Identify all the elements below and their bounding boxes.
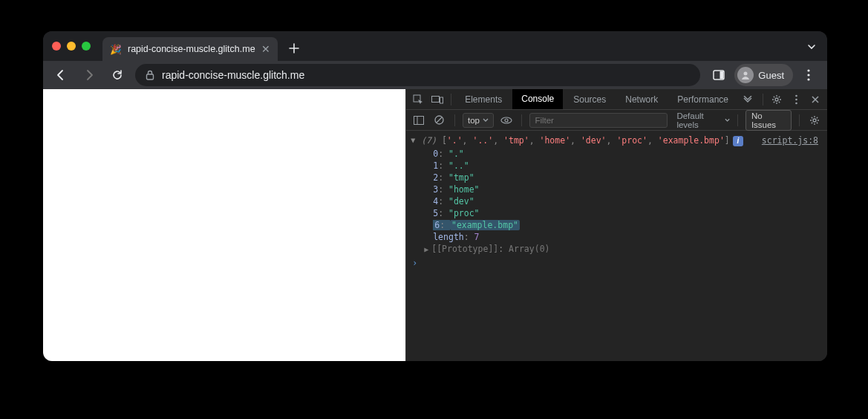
tab-console[interactable]: Console bbox=[512, 89, 563, 109]
svg-point-5 bbox=[807, 74, 809, 76]
tabs-dropdown-icon[interactable] bbox=[806, 42, 817, 52]
array-item[interactable]: 0: "." bbox=[433, 148, 827, 160]
content-area: Elements Console Sources Network Perform… bbox=[43, 89, 827, 361]
devtools-panel: Elements Console Sources Network Perform… bbox=[405, 89, 827, 361]
svg-line-17 bbox=[437, 117, 442, 123]
svg-rect-2 bbox=[720, 71, 724, 79]
url-text: rapid-concise-muscle.glitch.me bbox=[162, 69, 304, 81]
svg-rect-14 bbox=[414, 116, 423, 124]
log-summary: (7) ['.', '..', 'tmp', 'home', 'dev', 'p… bbox=[421, 135, 762, 146]
back-button[interactable] bbox=[50, 65, 71, 85]
svg-point-4 bbox=[807, 69, 809, 71]
devtools-tabstrip: Elements Console Sources Network Perform… bbox=[406, 89, 827, 110]
address-bar[interactable]: rapid-concise-muscle.glitch.me bbox=[135, 64, 700, 86]
svg-rect-9 bbox=[440, 97, 443, 103]
reload-button[interactable] bbox=[107, 65, 128, 85]
chevron-down-icon bbox=[725, 118, 730, 123]
svg-point-13 bbox=[795, 102, 797, 104]
array-item[interactable]: 1: ".." bbox=[433, 160, 827, 172]
svg-point-11 bbox=[795, 94, 797, 97]
issues-button[interactable]: No Issues bbox=[745, 110, 792, 131]
svg-point-6 bbox=[807, 78, 809, 80]
profile-button[interactable]: Guest bbox=[734, 64, 793, 86]
tab-title: rapid-concise-muscle.glitch.me bbox=[128, 44, 255, 54]
browser-window: 🎉 rapid-concise-muscle.glitch.me ✕ rapid… bbox=[43, 31, 827, 361]
context-selector[interactable]: top bbox=[463, 113, 494, 128]
devtools-menu-icon[interactable] bbox=[787, 91, 805, 108]
array-item[interactable]: 2: "tmp" bbox=[433, 172, 827, 183]
live-expression-icon[interactable] bbox=[498, 111, 514, 129]
devtools-close-icon[interactable] bbox=[806, 91, 824, 108]
inspect-element-icon[interactable] bbox=[409, 91, 427, 108]
console-toolbar: top Default levels No Issues bbox=[406, 110, 827, 131]
maximize-window-button[interactable] bbox=[82, 42, 91, 51]
array-item[interactable]: 3: "home" bbox=[433, 183, 827, 195]
disclosure-triangle-icon[interactable]: ▼ bbox=[411, 136, 415, 144]
close-tab-icon[interactable]: ✕ bbox=[261, 43, 270, 55]
page-viewport[interactable] bbox=[43, 89, 405, 361]
minimize-window-button[interactable] bbox=[67, 42, 76, 51]
svg-point-12 bbox=[795, 98, 797, 100]
tab-sources[interactable]: Sources bbox=[564, 89, 615, 110]
new-tab-button[interactable] bbox=[284, 38, 304, 59]
levels-label: Default levels bbox=[676, 111, 722, 129]
menu-button[interactable] bbox=[797, 64, 820, 86]
svg-point-18 bbox=[501, 117, 512, 123]
lock-icon bbox=[146, 70, 154, 80]
close-window-button[interactable] bbox=[52, 42, 61, 51]
console-sidebar-toggle-icon[interactable] bbox=[411, 111, 426, 129]
context-label: top bbox=[468, 116, 480, 125]
more-tabs-icon[interactable] bbox=[739, 91, 757, 108]
array-item[interactable]: 5: "proc" bbox=[433, 207, 827, 219]
filter-input[interactable] bbox=[529, 113, 668, 128]
svg-point-10 bbox=[775, 98, 778, 101]
tab-elements[interactable]: Elements bbox=[456, 89, 511, 110]
panel-icon[interactable] bbox=[708, 64, 730, 86]
tab-network[interactable]: Network bbox=[616, 89, 667, 110]
tab-performance[interactable]: Performance bbox=[668, 89, 737, 110]
browser-tab[interactable]: 🎉 rapid-concise-muscle.glitch.me ✕ bbox=[102, 37, 278, 61]
devtools-settings-icon[interactable] bbox=[768, 91, 786, 108]
chevron-down-icon bbox=[483, 118, 489, 123]
svg-point-3 bbox=[744, 72, 748, 76]
svg-rect-8 bbox=[432, 96, 440, 102]
toolbar: rapid-concise-muscle.glitch.me Guest bbox=[43, 61, 827, 89]
array-item[interactable]: 4: "dev" bbox=[433, 195, 827, 207]
tab-strip: 🎉 rapid-concise-muscle.glitch.me ✕ bbox=[43, 31, 827, 61]
array-item[interactable]: 6: "example.bmp" bbox=[433, 219, 827, 231]
console-prompt[interactable]: › bbox=[406, 256, 827, 270]
info-badge-icon[interactable]: i bbox=[733, 136, 743, 146]
console-settings-icon[interactable] bbox=[807, 111, 823, 129]
forward-button[interactable] bbox=[79, 65, 99, 85]
console-output[interactable]: ▼ (7) ['.', '..', 'tmp', 'home', 'dev', … bbox=[406, 131, 827, 361]
clear-console-icon[interactable] bbox=[431, 111, 447, 129]
array-prototype[interactable]: ▶[[Prototype]]: Array(0) bbox=[424, 243, 827, 256]
svg-rect-0 bbox=[147, 74, 154, 79]
source-link[interactable]: script.js:8 bbox=[762, 135, 818, 146]
expanded-array: 0: "."1: ".."2: "tmp"3: "home"4: "dev"5:… bbox=[406, 148, 827, 256]
profile-label: Guest bbox=[758, 70, 784, 81]
svg-point-19 bbox=[505, 119, 508, 122]
array-length: length: 7 bbox=[433, 231, 827, 243]
log-levels-dropdown[interactable]: Default levels bbox=[676, 111, 730, 129]
avatar-icon bbox=[737, 67, 754, 83]
device-toolbar-icon[interactable] bbox=[428, 91, 446, 108]
window-controls bbox=[52, 42, 91, 51]
svg-point-20 bbox=[813, 119, 816, 122]
tab-favicon: 🎉 bbox=[110, 44, 122, 55]
console-log-entry[interactable]: ▼ (7) ['.', '..', 'tmp', 'home', 'dev', … bbox=[406, 134, 827, 148]
